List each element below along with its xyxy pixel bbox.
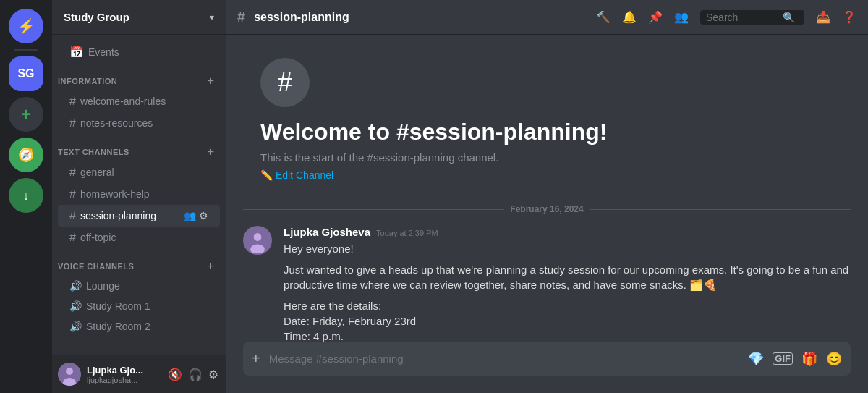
hash-icon: # [69,117,76,130]
date-divider-line-right [590,209,851,210]
discord-home-icon[interactable]: ⚡ [9,9,43,43]
main-content: # session-planning 🔨 🔔 📌 👥 🔍 📥 ❓ # Welco… [226,0,868,393]
message-content: Ljupka Gjosheva Today at 2:39 PM Hey eve… [284,226,851,342]
server-sidebar: ⚡ SG + 🧭 ↓ [0,0,52,393]
message-input-area: + 💎 GIF 🎁 😊 [226,342,868,393]
welcome-rules-label: welcome-and-rules [80,96,166,107]
server-divider [14,49,38,51]
channel-intro: # Welcome to #session-planning! This is … [243,35,851,193]
message-timestamp: Today at 2:39 PM [376,229,438,237]
chevron-down-icon: ▾ [210,12,214,22]
sidebar-item-study-room-2[interactable]: 🔊 Study Room 2 [58,316,220,337]
channel-list: 📅 Events INFORMATION + # welcome-and-rul… [52,35,226,355]
header-actions: 🔨 🔔 📌 👥 🔍 📥 ❓ [596,10,856,25]
settings-icon[interactable]: ⚙ [207,366,220,383]
sidebar-item-welcome-rules[interactable]: # welcome-and-rules [58,90,220,112]
download-icon[interactable]: ↓ [9,178,43,213]
channel-intro-icon: # [260,58,310,107]
message-group: Ljupka Gjosheva Today at 2:39 PM Hey eve… [243,226,851,342]
search-icon[interactable]: 🔍 [783,12,795,23]
edit-channel-label: Edit Channel [276,169,333,181]
user-footer: Ljupka Gjo... ljupkagjosha... 🔇 🎧 ⚙ [52,355,226,393]
message-username[interactable]: Ljupka Gjosheva [284,226,370,238]
sidebar-item-off-topic[interactable]: # off-topic [58,227,220,248]
message-avatar [243,226,272,255]
sidebar-item-session-planning[interactable]: # session-planning 👥 ⚙ [58,205,220,227]
events-label: Events [88,46,119,58]
category-voice-channels[interactable]: VOICE CHANNELS + [52,248,226,276]
category-text-channels[interactable]: TEXT CHANNELS + [52,134,226,161]
study-room-1-label: Study Room 1 [86,300,150,312]
explore-icon[interactable]: 🧭 [9,138,43,172]
edit-channel-link[interactable]: ✏️ Edit Channel [260,169,833,181]
sidebar-item-events[interactable]: 📅 Events [58,41,220,63]
add-channel-voice-icon[interactable]: + [208,260,214,273]
server-title: Study Group [64,11,129,23]
svg-point-4 [254,233,262,241]
information-label: INFORMATION [58,77,117,85]
date-divider: February 16, 2024 [243,204,851,214]
sticker-icon[interactable]: 🎁 [801,351,817,367]
hash-icon: # [69,95,76,108]
input-actions: 💎 GIF 🎁 😊 [748,351,842,367]
footer-username: Ljupka Gjo... [87,365,161,376]
sidebar-item-homework-help[interactable]: # homework-help [58,183,220,205]
hammer-icon[interactable]: 🔨 [596,10,610,24]
message-input[interactable] [269,344,740,373]
speaker-icon: 🔊 [69,300,82,312]
mute-icon[interactable]: 🔇 [166,366,184,383]
channel-sidebar: Study Group ▾ 📅 Events INFORMATION + # w… [52,0,226,393]
emoji-icon[interactable]: 😊 [826,351,842,367]
lounge-label: Lounge [86,280,120,292]
help-icon[interactable]: ❓ [842,10,856,24]
channel-header: # session-planning 🔨 🔔 📌 👥 🔍 📥 ❓ [226,0,868,35]
add-server-icon[interactable]: + [9,97,43,132]
study-group-icon[interactable]: SG [9,56,43,91]
speaker-icon: 🔊 [69,321,82,332]
members-icon[interactable]: 👥 [674,10,689,24]
nitro-icon[interactable]: 💎 [748,351,764,367]
voice-channels-label: VOICE CHANNELS [58,262,134,271]
svg-point-1 [66,368,73,375]
homework-help-label: homework-help [80,188,150,200]
members-icon[interactable]: 👥 [184,210,196,221]
message-text: Hey everyone! Just wanted to give a head… [284,241,851,342]
message-header: Ljupka Gjosheva Today at 2:39 PM [284,226,851,238]
message-paragraph-2: Just wanted to give a heads up that we'r… [284,262,851,292]
general-label: general [80,166,114,178]
pin-icon[interactable]: 📌 [648,10,663,24]
notes-resources-label: notes-resources [80,117,153,129]
study-room-2-label: Study Room 2 [86,321,150,332]
session-planning-label: session-planning [80,210,156,221]
message-input-box: + 💎 GIF 🎁 😊 [243,342,851,376]
settings-icon[interactable]: ⚙ [199,210,208,221]
headphones-icon[interactable]: 🎧 [187,366,204,383]
hash-icon: # [69,187,76,200]
message-paragraph-3: Here are the details:Date: Friday, Febru… [284,298,851,342]
footer-discriminator: ljupkagjosha... [87,376,161,384]
channel-intro-description: This is the start of the #session-planni… [260,151,833,164]
sidebar-item-study-room-1[interactable]: 🔊 Study Room 1 [58,296,220,316]
sidebar-item-lounge[interactable]: 🔊 Lounge [58,276,220,296]
add-channel-text-icon[interactable]: + [208,145,214,159]
attach-plus-icon[interactable]: + [252,342,260,376]
footer-user-info: Ljupka Gjo... ljupkagjosha... [87,365,161,384]
server-name-header[interactable]: Study Group ▾ [52,0,226,35]
search-input[interactable] [706,12,778,23]
channel-intro-title: Welcome to #session-planning! [260,119,833,145]
category-information[interactable]: INFORMATION + [52,63,226,90]
sidebar-item-notes-resources[interactable]: # notes-resources [58,112,220,134]
date-divider-line-left [243,209,504,210]
date-divider-text: February 16, 2024 [510,204,583,214]
events-icon: 📅 [69,45,84,59]
inbox-icon[interactable]: 📥 [816,10,830,24]
gif-icon[interactable]: GIF [773,352,793,365]
add-channel-information-icon[interactable]: + [208,75,214,88]
sidebar-item-general[interactable]: # general [58,161,220,183]
search-box[interactable]: 🔍 [700,10,804,25]
channel-header-name: session-planning [254,11,349,24]
bell-icon[interactable]: 🔔 [622,10,637,24]
channel-actions: 👥 ⚙ [184,210,208,221]
pencil-icon: ✏️ [260,169,273,181]
channel-hash-icon: # [237,9,245,25]
